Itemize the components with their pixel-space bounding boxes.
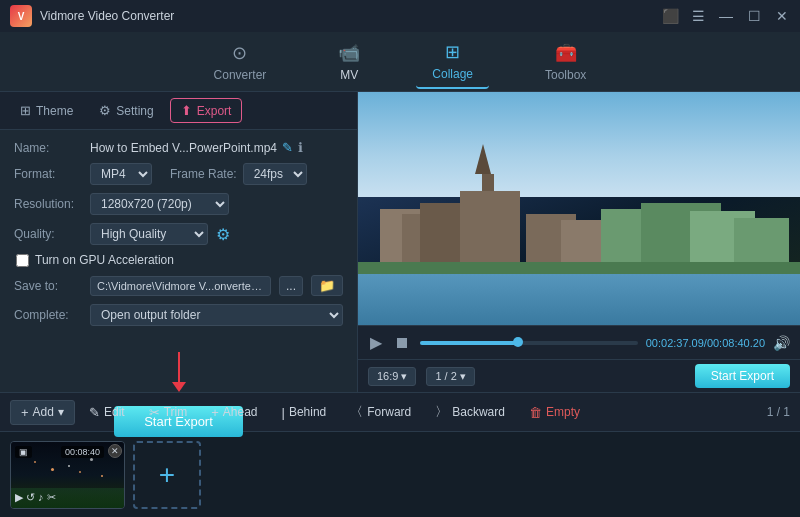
add-clip-button[interactable]: + — [133, 441, 201, 509]
frame-rate-label: Frame Rate: — [170, 167, 237, 181]
ahead-label: Ahead — [223, 405, 258, 419]
church-spire-top — [475, 144, 491, 174]
sub-nav: ⊞ Theme ⚙ Setting ⬆ Export — [0, 92, 357, 130]
empty-label: Empty — [546, 405, 580, 419]
video-controls-row1: ▶ ⏹ 00:02:37.09/00:08:40.20 🔊 — [358, 325, 800, 359]
light-3 — [68, 465, 70, 467]
clip-loop-icon[interactable]: ↺ — [26, 491, 35, 504]
arrow-head — [172, 382, 186, 392]
light-5 — [90, 458, 93, 461]
format-label: Format: — [14, 167, 82, 181]
tab-mv[interactable]: 📹 MV — [322, 36, 376, 88]
format-row: Format: MP4 AVI MOV MKV Frame Rate: 24fp… — [14, 163, 343, 185]
page-selector-button[interactable]: 1 / 2 ▾ — [426, 367, 474, 386]
timeline-clip[interactable]: ▣ 00:08:40 ✕ ▶ ↺ ♪ ✂ — [10, 441, 125, 509]
light-1 — [34, 461, 36, 463]
clip-controls: ▶ ↺ ♪ ✂ — [15, 491, 56, 504]
browse-dots-button[interactable]: ... — [279, 276, 303, 296]
time-display: 00:02:37.09/00:08:40.20 — [646, 337, 765, 349]
sub-nav-export[interactable]: ⬆ Export — [170, 98, 243, 123]
sub-nav-setting[interactable]: ⚙ Setting — [89, 99, 163, 122]
stop-button[interactable]: ⏹ — [392, 332, 412, 354]
quality-select[interactable]: High Quality Medium Quality Low Quality — [90, 223, 208, 245]
forward-button[interactable]: 〈 Forward — [340, 399, 421, 425]
nav-tabs: ⊙ Converter 📹 MV ⊞ Collage 🧰 Toolbox — [0, 32, 800, 92]
add-icon: + — [21, 405, 29, 420]
setting-gear-icon: ⚙ — [99, 103, 111, 118]
frame-rate-select[interactable]: 24fps 30fps 60fps — [243, 163, 307, 185]
add-label: Add — [33, 405, 54, 419]
minimize-button[interactable]: — — [718, 8, 734, 24]
page-chevron: ▾ — [460, 370, 466, 383]
left-panel: ⊞ Theme ⚙ Setting ⬆ Export Name: How to … — [0, 92, 358, 392]
backward-label: Backward — [452, 405, 505, 419]
clip-cut-icon[interactable]: ✂ — [47, 491, 56, 504]
quality-label: Quality: — [14, 227, 82, 241]
sub-nav-theme[interactable]: ⊞ Theme — [10, 99, 83, 122]
right-panel: ▶ ⏹ 00:02:37.09/00:08:40.20 🔊 16:9 ▾ 1 /… — [358, 92, 800, 392]
progress-bar[interactable] — [420, 341, 638, 345]
aspect-ratio-button[interactable]: 16:9 ▾ — [368, 367, 416, 386]
video-controls-row2: 16:9 ▾ 1 / 2 ▾ Start Export — [358, 359, 800, 392]
menu-icon[interactable]: ☰ — [690, 8, 706, 24]
edit-button[interactable]: ✎ Edit — [79, 401, 135, 424]
name-value: How to Embed V...PowerPoint.mp4 ✎ ℹ — [90, 140, 343, 155]
church-main — [460, 191, 520, 267]
name-label: Name: — [14, 141, 82, 155]
name-edit-icon[interactable]: ✎ — [282, 140, 293, 155]
progress-fill — [420, 341, 518, 345]
folder-icon-button[interactable]: 📁 — [311, 275, 343, 296]
complete-select[interactable]: Open output folder Do nothing Shut down … — [90, 304, 343, 326]
title-bar-controls: ⬛ ☰ — ☐ ✕ — [662, 8, 790, 24]
format-select[interactable]: MP4 AVI MOV MKV — [90, 163, 152, 185]
timeline: ▣ 00:08:40 ✕ ▶ ↺ ♪ ✂ + — [0, 432, 800, 517]
light-6 — [101, 475, 103, 477]
tab-toolbox[interactable]: 🧰 Toolbox — [529, 36, 602, 88]
maximize-button[interactable]: ☐ — [746, 8, 762, 24]
app-title: Vidmore Video Converter — [40, 9, 174, 23]
clip-close-button[interactable]: ✕ — [108, 444, 122, 458]
empty-button[interactable]: 🗑 Empty — [519, 401, 590, 424]
tab-collage-label: Collage — [432, 67, 473, 81]
clip-audio-icon[interactable]: ♪ — [38, 491, 44, 504]
save-to-label: Save to: — [14, 279, 82, 293]
toolbox-icon: 🧰 — [555, 42, 577, 64]
export-upload-icon: ⬆ — [181, 103, 192, 118]
trim-button[interactable]: ✂ Trim — [139, 401, 198, 424]
quality-gear-icon[interactable]: ⚙ — [216, 225, 230, 244]
behind-button[interactable]: | Behind — [271, 401, 336, 424]
scene-land-strip — [358, 262, 800, 274]
title-bar-left: V Vidmore Video Converter — [10, 5, 174, 27]
volume-icon[interactable]: 🔊 — [773, 335, 790, 351]
trash-icon: 🗑 — [529, 405, 542, 420]
gpu-label: Turn on GPU Acceleration — [35, 253, 174, 267]
forward-label: Forward — [367, 405, 411, 419]
title-bar: V Vidmore Video Converter ⬛ ☰ — ☐ ✕ — [0, 0, 800, 32]
add-button[interactable]: + Add ▾ — [10, 400, 75, 425]
backward-button[interactable]: 〉 Backward — [425, 399, 515, 425]
tab-collage[interactable]: ⊞ Collage — [416, 35, 489, 89]
close-button[interactable]: ✕ — [774, 8, 790, 24]
tab-converter[interactable]: ⊙ Converter — [198, 36, 283, 88]
dialog-icon[interactable]: ⬛ — [662, 8, 678, 24]
add-chevron: ▾ — [58, 405, 64, 419]
play-button[interactable]: ▶ — [368, 331, 384, 354]
start-export-right-button[interactable]: Start Export — [695, 364, 790, 388]
tab-toolbox-label: Toolbox — [545, 68, 586, 82]
clip-duration: 00:08:40 — [61, 446, 104, 458]
gpu-checkbox[interactable] — [16, 254, 29, 267]
name-info-icon[interactable]: ℹ — [298, 140, 303, 155]
theme-grid-icon: ⊞ — [20, 103, 31, 118]
clip-info: ▣ — [15, 446, 32, 458]
quality-row: Quality: High Quality Medium Quality Low… — [14, 223, 343, 245]
resolution-select[interactable]: 1280x720 (720p) 1920x1080 (1080p) 3840x2… — [90, 193, 229, 215]
ahead-button[interactable]: + Ahead — [201, 401, 267, 424]
app-logo: V — [10, 5, 32, 27]
aspect-ratio-label: 16:9 — [377, 370, 398, 382]
page-display: 1 / 2 — [435, 370, 456, 382]
sub-nav-export-label: Export — [197, 104, 232, 118]
progress-thumb — [513, 337, 523, 347]
complete-label: Complete: — [14, 308, 82, 322]
clip-play-icon[interactable]: ▶ — [15, 491, 23, 504]
arrow-area — [0, 344, 357, 398]
